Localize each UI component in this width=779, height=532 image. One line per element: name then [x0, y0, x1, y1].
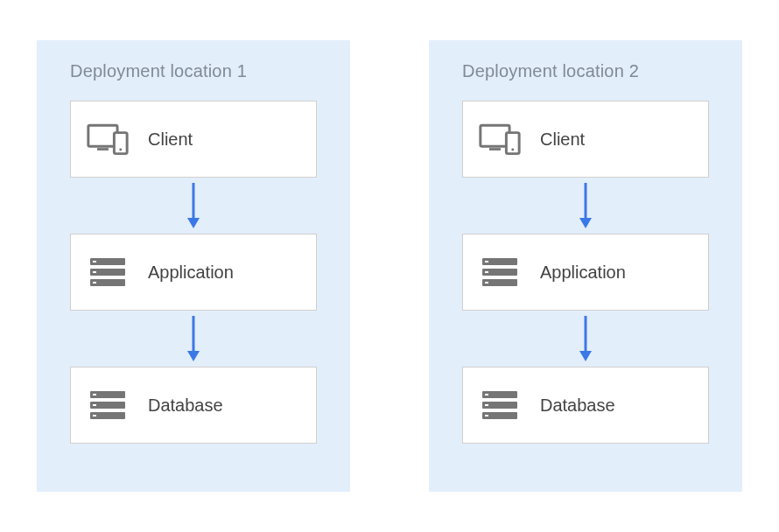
svg-rect-21 — [489, 148, 501, 150]
arrow-down-icon — [577, 178, 594, 234]
devices-icon — [87, 118, 129, 160]
node-label: Application — [540, 262, 626, 283]
svg-rect-9 — [93, 261, 96, 262]
arrow-down-icon — [185, 311, 202, 367]
devices-icon — [479, 118, 521, 160]
svg-rect-31 — [485, 282, 488, 284]
deployment-panel-2: Deployment location 2 Client — [429, 40, 742, 492]
server-icon — [87, 384, 129, 426]
node-application: Application — [70, 234, 317, 311]
server-icon — [479, 384, 521, 426]
panel-title: Deployment location 1 — [70, 61, 247, 81]
node-database: Database — [70, 367, 317, 444]
svg-rect-19 — [93, 415, 96, 416]
panel-title: Deployment location 2 — [462, 61, 639, 81]
svg-point-3 — [119, 149, 122, 151]
svg-rect-17 — [93, 394, 96, 396]
svg-rect-18 — [93, 404, 96, 406]
server-icon — [479, 251, 521, 293]
diagram-canvas: Deployment location 1 Client — [0, 0, 779, 532]
svg-rect-10 — [93, 271, 96, 273]
svg-rect-29 — [485, 261, 488, 262]
node-label: Client — [148, 130, 193, 150]
node-client: Client — [462, 101, 709, 178]
svg-rect-30 — [485, 271, 488, 273]
svg-marker-13 — [187, 351, 200, 361]
svg-rect-39 — [485, 415, 488, 416]
node-label: Database — [148, 396, 223, 416]
svg-marker-25 — [579, 218, 592, 228]
node-label: Client — [540, 130, 585, 150]
svg-point-23 — [511, 149, 514, 151]
node-application: Application — [462, 234, 709, 311]
deployment-panel-1: Deployment location 1 Client — [37, 40, 350, 492]
server-icon — [87, 251, 129, 293]
svg-marker-33 — [579, 351, 592, 361]
node-label: Database — [540, 396, 615, 416]
svg-rect-37 — [485, 394, 488, 396]
node-database: Database — [462, 367, 709, 444]
svg-rect-11 — [93, 282, 96, 284]
node-label: Application — [148, 262, 234, 283]
svg-rect-1 — [97, 148, 109, 150]
svg-rect-38 — [485, 404, 488, 406]
arrow-down-icon — [185, 178, 202, 234]
svg-marker-5 — [187, 218, 200, 228]
node-client: Client — [70, 101, 317, 178]
arrow-down-icon — [577, 311, 594, 367]
